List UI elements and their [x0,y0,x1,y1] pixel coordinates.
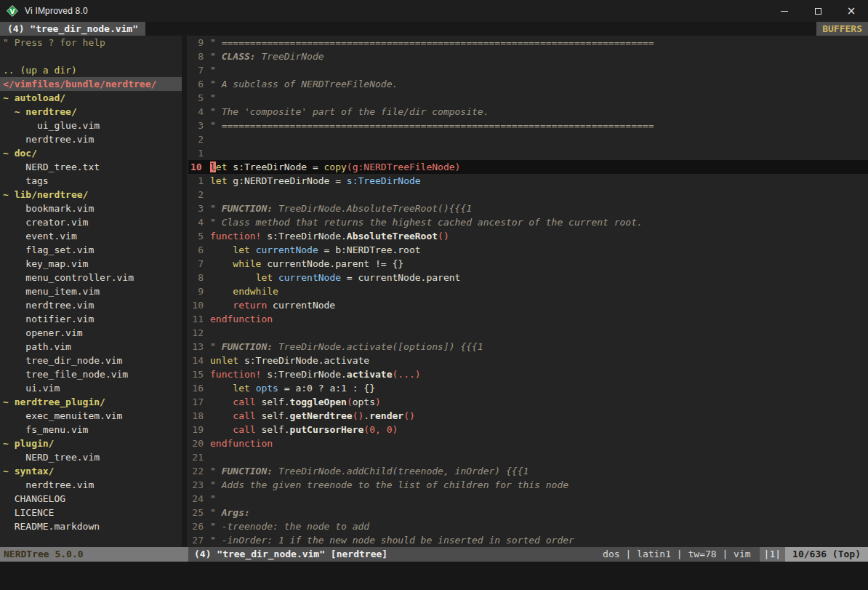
line-number: 7 [188,63,210,77]
close-button[interactable]: × [835,0,868,22]
tree-file-item[interactable]: bookmark.vim [0,202,182,215]
line-number: 8 [188,271,210,284]
editor-line[interactable]: 21 [188,450,868,464]
editor-line[interactable]: 1 [188,146,868,160]
tree-dir-item[interactable]: ~ plugin/ [0,436,182,450]
titlebar[interactable]: V Vi IMproved 8.0 × [0,0,868,22]
line-number: 7 [188,257,210,271]
tree-file-item[interactable]: NERD_tree.txt [0,160,182,174]
tree-dir-item[interactable]: ~ nerdtree_plugin/ [0,395,182,409]
editor-line[interactable]: 2 [188,132,868,146]
editor-line[interactable]: 8" CLASS: TreeDirNode [188,49,868,63]
tree-file-item[interactable]: ui.vim [0,381,182,395]
editor-line[interactable]: 6" A subclass of NERDTreeFileNode. [188,77,868,91]
editor-line[interactable]: 9 endwhile [188,284,868,298]
editor-line[interactable]: 3" FUNCTION: TreeDirNode.AbsoluteTreeRoo… [188,202,868,215]
code-text: " FUNCTION: TreeDirNode.activate([option… [210,340,868,354]
editor-line[interactable]: 2 [188,188,868,202]
editor-line[interactable]: 10 return currentNode [188,298,868,312]
editor-line[interactable]: 6 let currentNode = b:NERDTree.root [188,243,868,257]
code-text [210,188,868,202]
editor-line[interactable]: 19 call self.putCursorHere(0, 0) [188,423,868,436]
editor-line[interactable]: 17 call self.toggleOpen(opts) [188,395,868,409]
tree-file-item[interactable]: tree_dir_node.vim [0,354,182,367]
tree-file-item[interactable]: flag_set.vim [0,243,182,257]
nerdtree-panel: " Press ? for help.. (up a dir)</vimfile… [0,36,182,547]
tree-dir-item[interactable]: ~ autoload/ [0,91,182,105]
editor-line[interactable]: 13" FUNCTION: TreeDirNode.activate([opti… [188,340,868,354]
tree-file-item[interactable]: path.vim [0,340,182,354]
tree-file-item[interactable]: NERD_tree.vim [0,450,182,464]
tree-file-item[interactable]: nerdtree.vim [0,298,182,312]
close-icon: × [847,6,856,17]
tree-file-item[interactable]: tags [0,174,182,188]
tree-dir-item[interactable]: ~ lib/nerdtree/ [0,188,182,202]
tree-file-item[interactable]: event.vim [0,229,182,243]
tree-file-item[interactable]: menu_item.vim [0,284,182,298]
tree-file-item[interactable]: CHANGELOG [0,492,182,506]
tree-file-item[interactable]: key_map.vim [0,257,182,271]
vertical-split[interactable] [182,36,188,547]
editor-line[interactable]: 25" Args: [188,506,868,519]
tree-updir-item[interactable]: .. (up a dir) [0,63,182,77]
editor-line[interactable]: 7" [188,63,868,77]
editor-line[interactable]: 4" The 'composite' part of the file/dir … [188,105,868,119]
code-text: call self.toggleOpen(opts) [210,395,868,409]
vim-window: V Vi IMproved 8.0 × (4) "tree_dir_node.v… [0,0,868,590]
editor-line[interactable]: 24" [188,492,868,506]
editor-line[interactable]: 14unlet s:TreeDirNode.activate [188,354,868,367]
tabline-fill [145,22,816,36]
code-text: call self.putCursorHere(0, 0) [210,423,868,436]
editor-line[interactable]: 11endfunction [188,312,868,326]
tree-file-item[interactable]: nerdtree.vim [0,478,182,492]
code-text: return currentNode [210,298,868,312]
tree-dir-item[interactable]: ~ syntax/ [0,464,182,478]
editor-line[interactable]: 15function! s:TreeDirNode.activate(...) [188,367,868,381]
editor-line[interactable]: 7 while currentNode.parent != {} [188,257,868,271]
tree-file-item[interactable]: exec_menuitem.vim [0,409,182,423]
code-text: " ======================================… [210,36,868,49]
editor-line[interactable]: 16 let opts = a:0 ? a:1 : {} [188,381,868,395]
tree-file-item[interactable]: notifier.vim [0,312,182,326]
nerdtree-statusline: NERDTree 5.0.0 [0,547,188,562]
line-number: 21 [188,450,210,464]
tab-tree-dir-node-vim[interactable]: (4) "tree_dir_node.vim" [0,22,145,36]
code-text: " ======================================… [210,119,868,132]
editor-line[interactable]: 3" =====================================… [188,119,868,132]
tree-dir-item[interactable]: ~ nerdtree/ [0,105,182,119]
editor-line[interactable]: 26" -treenode: the node to add [188,519,868,533]
editor-line[interactable]: 27" -inOrder: 1 if the new node should b… [188,533,868,547]
tree-file-item[interactable]: README.markdown [0,519,182,533]
editor-line[interactable]: 5function! s:TreeDirNode.AbsoluteTreeRoo… [188,229,868,243]
tree-dir-item[interactable]: ~ doc/ [0,146,182,160]
tree-file-item[interactable]: menu_controller.vim [0,271,182,284]
code-text: let currentNode = currentNode.parent [210,271,868,284]
line-number: 2 [188,132,210,146]
tree-file-item[interactable]: opener.vim [0,326,182,340]
maximize-button[interactable] [801,0,835,22]
editor-panel: 9" =====================================… [188,36,868,547]
tree-root-item[interactable]: </vimfiles/bundle/nerdtree/ [0,77,182,91]
tree-file-item[interactable]: fs_menu.vim [0,423,182,436]
line-number: 1 [188,146,210,160]
editor-line[interactable]: 9" =====================================… [188,36,868,49]
editor-line[interactable]: 8 let currentNode = currentNode.parent [188,271,868,284]
line-number: 5 [188,91,210,105]
editor-line[interactable]: 1let g:NERDTreeDirNode = s:TreeDirNode [188,174,868,188]
editor-line[interactable]: 5" [188,91,868,105]
tree-file-item[interactable]: ui_glue.vim [0,119,182,132]
code-text: " -treenode: the node to add [210,519,868,533]
code-text: call self.getNerdtree().render() [210,409,868,423]
editor-current-line[interactable]: 10let s:TreeDirNode = copy(g:NERDTreeFil… [188,160,868,174]
tree-file-item[interactable]: nerdtree.vim [0,132,182,146]
tree-file-item[interactable]: LICENCE [0,506,182,519]
editor-line[interactable]: 22" FUNCTION: TreeDirNode.addChild(treen… [188,464,868,478]
editor-line[interactable]: 20endfunction [188,436,868,450]
tree-file-item[interactable]: tree_file_node.vim [0,367,182,381]
minimize-button[interactable] [768,0,801,22]
editor-line[interactable]: 23" Adds the given treenode to the list … [188,478,868,492]
editor-line[interactable]: 18 call self.getNerdtree().render() [188,409,868,423]
editor-line[interactable]: 4" Class method that returns the highest… [188,215,868,229]
tree-file-item[interactable]: creator.vim [0,215,182,229]
editor-line[interactable]: 12 [188,326,868,340]
